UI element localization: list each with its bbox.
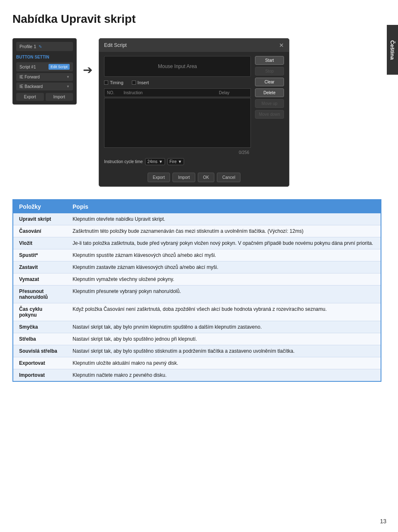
- counter-text: 0/256: [239, 150, 249, 155]
- nav-backward-label: IE Backward: [19, 84, 43, 89]
- dialog-footer: Export Import OK Cancel: [99, 173, 289, 186]
- dialog-body: Mouse Input Area Timing Insert: [99, 52, 289, 173]
- info-table-wrapper: Položky Popis Upravit skriptKlepnutím ot…: [12, 199, 381, 382]
- table-cell-item: Střelba: [13, 333, 67, 345]
- nav-forward-label: IE Forward: [19, 75, 40, 79]
- table-cell-desc: Nastaví skript tak, aby bylo spuštěno je…: [67, 333, 381, 345]
- dialog-import-button[interactable]: Import: [172, 173, 195, 182]
- table-cell-desc: Zaškrtnutím této položky bude zaznamenáv…: [67, 225, 381, 237]
- table-row: ČasováníZaškrtnutím této položky bude za…: [13, 225, 381, 237]
- bottom-buttons: Export Import: [16, 93, 73, 101]
- arrow-container: ➔: [77, 63, 99, 77]
- table-cell-desc: Je-li tato položka zaškrtnuta, bude před…: [67, 237, 381, 249]
- table-cell-item: Časování: [13, 225, 67, 237]
- table-row: ExportovatKlepnutím uložíte aktuální mak…: [13, 357, 381, 369]
- table-row: SmyčkaNastaví skript tak, aby bylo první…: [13, 321, 381, 333]
- profile-panel-screenshot: Profile 1 ✎ BUTTON SETTIN Script #1 Edit…: [12, 38, 77, 105]
- table-row: Přesunout nahoru/dolůKlepnutím přesunete…: [13, 286, 381, 303]
- dialog-close-icon[interactable]: ✕: [279, 42, 284, 49]
- profile-label: Profile 1: [19, 44, 36, 49]
- table-row: VložitJe-li tato položka zaškrtnuta, bud…: [13, 237, 381, 249]
- table-cell-desc: Klepnutím přesunete vybraný pokyn nahoru…: [67, 286, 381, 303]
- cycle-label: Instruction cycle time: [104, 159, 143, 164]
- table-cell-item: Zastavit: [13, 261, 67, 273]
- edit-script-btn: Edit Script: [49, 64, 70, 70]
- table-cell-item: Vložit: [13, 237, 67, 249]
- mouse-input-area: Mouse Input Area: [104, 56, 251, 77]
- table-cell-item: Čas cyklu pokynu: [13, 303, 67, 321]
- fire-dropdown[interactable]: Fire ▼: [167, 158, 184, 165]
- nav-row-forward: IE Forward ▼: [16, 73, 73, 81]
- delete-button[interactable]: Delete: [255, 88, 284, 97]
- dialog-right-buttons: Start Stop Clear Delete Move up Move dow…: [255, 56, 284, 168]
- table-cell-item: Souvislá střelba: [13, 345, 67, 357]
- table-cell-desc: Klepnutím uložíte aktuální makro na pevn…: [67, 357, 381, 369]
- cycle-dropdown-arrow: ▼: [159, 159, 163, 164]
- timing-checkbox[interactable]: Timing: [104, 80, 124, 85]
- table-cell-desc: Nastaví skript tak, aby bylo spuštěno st…: [67, 345, 381, 357]
- table-cell-item: Vymazat: [13, 273, 67, 286]
- insert-label: Insert: [138, 80, 149, 85]
- fire-dropdown-arrow: ▼: [178, 159, 182, 164]
- script-label: Script #1: [19, 65, 36, 69]
- dropdown-arrow-backward: ▼: [66, 85, 70, 88]
- table-cell-item: Importovat: [13, 369, 67, 382]
- language-tab: Čeština: [387, 25, 398, 75]
- table-row: StřelbaNastaví skript tak, aby bylo spuš…: [13, 333, 381, 345]
- table-cell-desc: Klepnutím vymažete všechny uložené pokyn…: [67, 273, 381, 286]
- table-header-row: Položky Popis: [13, 200, 381, 213]
- move-up-button[interactable]: Move up: [255, 99, 284, 108]
- table-row: ZastavitKlepnutím zastavite záznam kláve…: [13, 261, 381, 273]
- dialog-titlebar: Edit Script ✕: [99, 39, 289, 52]
- table-cell-desc: Klepnutím zastavite záznam klávesových ú…: [67, 261, 381, 273]
- table-cell-desc: Klepnutím otevřete nabídku Upravit skrip…: [67, 213, 381, 225]
- col-header-items: Položky: [13, 200, 67, 213]
- dialog-left-panel: Mouse Input Area Timing Insert: [104, 56, 251, 168]
- table-row: ImportovatKlepnutím načtete makro z pevn…: [13, 369, 381, 382]
- script-row: Script #1 Edit Script: [16, 62, 73, 71]
- dialog-cancel-button[interactable]: Cancel: [217, 173, 240, 182]
- col-header-desc: Popis: [67, 200, 381, 213]
- clear-button[interactable]: Clear: [255, 78, 284, 86]
- table-cell-desc: Nastaví skript tak, aby bylo prvním klep…: [67, 321, 381, 333]
- insert-checkbox[interactable]: Insert: [132, 80, 149, 85]
- insert-checkbox-box: [132, 81, 136, 85]
- edit-script-dialog: Edit Script ✕ Mouse Input Area Timing: [99, 38, 289, 187]
- th-delay: Delay: [219, 90, 248, 95]
- fire-label: Fire: [170, 159, 177, 164]
- table-cell-desc: Klepnutím spustíte záznam klávesových úh…: [67, 249, 381, 261]
- dialog-export-button[interactable]: Export: [148, 173, 170, 182]
- export-small-btn: Export: [16, 93, 44, 101]
- table-cell-desc: Klepnutím načtete makro z pevného disku.: [67, 369, 381, 382]
- cycle-dropdown[interactable]: 24ms ▼: [145, 158, 165, 165]
- th-no: NO.: [107, 90, 124, 95]
- profile-header: Profile 1 ✎: [16, 42, 73, 51]
- timing-label: Timing: [110, 80, 124, 85]
- th-instruction: Instruction: [124, 90, 219, 95]
- start-button[interactable]: Start: [255, 56, 284, 65]
- page-title: Nabídka Upravit skript: [12, 12, 381, 26]
- table-row: Čas cyklu pokynuKdyž položka Časování ne…: [13, 303, 381, 321]
- button-settings-label: BUTTON SETTIN: [16, 54, 73, 61]
- table-cell-item: Smyčka: [13, 321, 67, 333]
- arrow-icon: ➔: [83, 63, 92, 77]
- counter-row: 0/256: [104, 150, 251, 155]
- page-number: 13: [380, 518, 386, 525]
- table-row: Spustit*Klepnutím spustíte záznam kláves…: [13, 249, 381, 261]
- timing-checkbox-box: [104, 81, 108, 85]
- top-section: Profile 1 ✎ BUTTON SETTIN Script #1 Edit…: [12, 38, 381, 187]
- dialog-ok-button[interactable]: OK: [198, 173, 214, 182]
- info-table: Položky Popis Upravit skriptKlepnutím ot…: [12, 199, 381, 382]
- table-row: Upravit skriptKlepnutím otevřete nabídku…: [13, 213, 381, 225]
- import-small-btn: Import: [46, 93, 73, 101]
- table-row: Souvislá střelbaNastaví skript tak, aby …: [13, 345, 381, 357]
- dialog-title: Edit Script: [104, 42, 127, 48]
- table-cell-item: Exportovat: [13, 357, 67, 369]
- table-row: VymazatKlepnutím vymažete všechny uložen…: [13, 273, 381, 286]
- cycle-value: 24ms: [147, 159, 157, 164]
- stop-button[interactable]: Stop: [255, 67, 284, 76]
- table-cell-item: Přesunout nahoru/dolů: [13, 286, 67, 303]
- table-cell-item: Spustit*: [13, 249, 67, 261]
- move-down-button[interactable]: Move down: [255, 110, 284, 119]
- table-header: NO. Instruction Delay: [104, 88, 251, 97]
